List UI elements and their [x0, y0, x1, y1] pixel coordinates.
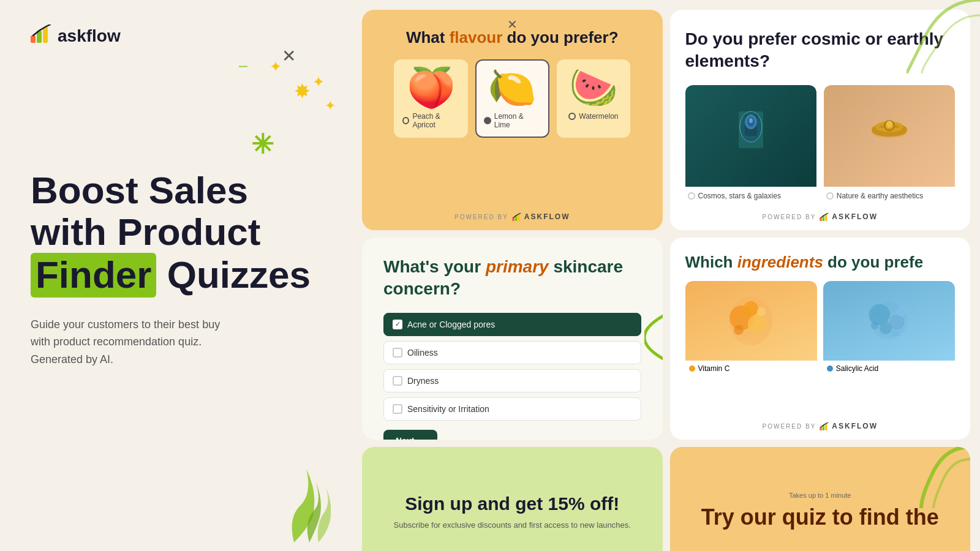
cosmos-radio: [688, 192, 695, 200]
ingredient-images: Vitamin C: [685, 281, 956, 414]
card-tryquiz: Takes up to 1 minute Try our quiz to fin…: [670, 447, 971, 551]
svg-point-27: [734, 325, 744, 335]
card-flavour: ✕ What flavour do you prefer? 🍑 Peach & …: [362, 10, 663, 230]
deco-sparkle2: ✦: [325, 98, 336, 114]
right-grid: ✕ What flavour do you prefer? 🍑 Peach & …: [352, 0, 980, 551]
cosmic-powered-by: POWERED BY askflow: [685, 212, 956, 221]
tryquiz-title: Try our quiz to find the: [701, 504, 939, 530]
svg-rect-0: [31, 36, 36, 43]
lemon-label-row: Lemon & Lime: [484, 112, 541, 129]
svg-point-32: [880, 322, 892, 334]
peach-label-row: Peach & Apricot: [402, 112, 459, 129]
oiliness-checkbox: [393, 348, 402, 358]
peach-emoji: 🍑: [407, 68, 456, 107]
svg-rect-36: [820, 427, 822, 430]
skincare-option-acne[interactable]: ✓ Acne or Clogged pores: [383, 313, 641, 336]
svg-point-35: [892, 330, 898, 336]
salicylic-img: [823, 281, 955, 361]
ingredients-question: Which ingredients do you prefe: [685, 253, 956, 272]
cosmic-question: Do you prefer cosmic or earthly elements…: [685, 28, 956, 73]
card-skincare: What's your primary skincare concern? ✓ …: [362, 238, 663, 440]
signup-subtitle: Subscribe for exclusive discounts and fi…: [394, 520, 631, 530]
flavour-options: 🍑 Peach & Apricot 🍋 Lemon & Lime 🍉 Water…: [394, 59, 630, 138]
dryness-checkbox: [393, 376, 402, 386]
watermelon-label-row: Watermelon: [568, 112, 618, 121]
hero-title: Boost Sales with Product Finder Quizzes: [31, 170, 325, 298]
svg-point-33: [896, 307, 906, 317]
watermelon-emoji: 🍉: [569, 68, 618, 107]
flavour-option-peach[interactable]: 🍑 Peach & Apricot: [394, 59, 468, 138]
logo-icon: [31, 24, 53, 47]
skincare-options: ✓ Acne or Clogged pores Oiliness Dryness…: [383, 313, 641, 421]
acne-checkbox: ✓: [393, 320, 402, 329]
peach-radio: [402, 117, 409, 124]
deco-leaves-bottom: [282, 469, 331, 545]
svg-point-11: [749, 118, 753, 123]
logo-text: askflow: [58, 26, 121, 46]
skincare-question: What's your primary skincare concern?: [383, 256, 641, 301]
logo: askflow: [31, 24, 325, 47]
deco-star-sm: ✦: [270, 58, 282, 75]
vitaminc-label-row: Vitamin C: [685, 361, 817, 377]
ingredients-powered-by: POWERED BY askflow: [685, 422, 956, 430]
deco-tryquiz-arc: [909, 447, 970, 511]
svg-rect-3: [512, 217, 514, 220]
deco-dash: —: [239, 61, 247, 71]
skincare-option-dryness[interactable]: Dryness: [383, 369, 641, 392]
deco-asterisk: ✳: [251, 129, 274, 160]
salicylic-label-row: Salicylic Acid: [823, 361, 955, 377]
svg-rect-17: [820, 217, 822, 220]
lemon-emoji: 🍋: [488, 68, 537, 107]
cosmic-askflow-logo: askflow: [820, 212, 878, 221]
left-section: askflow ✕ ✦ — ✦ ✸ ✳ ✦ Boost Sales with P…: [0, 0, 355, 551]
deco-x: ✕: [282, 46, 296, 66]
cosmic-light-img: [824, 85, 955, 187]
svg-rect-19: [825, 214, 827, 220]
signup-title: Sign up and get 15% off!: [405, 493, 619, 514]
ingredients-askflow-logo: askflow: [820, 422, 878, 430]
salicylic-radio: [827, 365, 833, 372]
tryquiz-takes: Takes up to 1 minute: [789, 492, 851, 499]
svg-point-26: [744, 301, 758, 316]
deco-starburst: ✸: [294, 80, 311, 103]
vitaminc-radio: [689, 365, 695, 372]
sensitivity-checkbox: [393, 404, 402, 414]
cosmic-dark-img: [685, 85, 816, 187]
svg-point-16: [886, 121, 892, 128]
flavour-askflow-logo: askflow: [512, 212, 570, 221]
card-signup: Sign up and get 15% off! Subscribe for e…: [362, 447, 663, 551]
cosmic-option-nature[interactable]: Nature & earthy aesthetics: [824, 85, 955, 205]
next-button[interactable]: Next →: [383, 430, 437, 440]
hero-content: Boost Sales with Product Finder Quizzes …: [31, 170, 325, 369]
flavour-option-watermelon[interactable]: 🍉 Watermelon: [557, 59, 631, 138]
card-cosmic: Do you prefer cosmic or earthly elements…: [670, 10, 971, 230]
hero-subtitle: Guide your customers to their best buy w…: [31, 316, 300, 369]
cosmic-images: Cosmos, stars & galaxies: [685, 85, 956, 205]
skincare-option-sensitivity[interactable]: Sensitivity or Irritation: [383, 397, 641, 421]
flavour-powered-by: POWERED BY askflow: [454, 212, 570, 221]
deco-sparkle-yellow: ✦: [312, 73, 325, 91]
svg-point-34: [871, 322, 878, 329]
svg-point-28: [757, 307, 766, 316]
svg-point-25: [748, 315, 766, 333]
ingredient-option-salicylic[interactable]: Salicylic Acid: [823, 281, 955, 414]
vitaminc-img: [685, 281, 817, 361]
nature-label-row: Nature & earthy aesthetics: [824, 187, 955, 205]
lemon-radio: [484, 117, 491, 124]
nature-radio: [826, 192, 834, 200]
cosmos-label-row: Cosmos, stars & galaxies: [685, 187, 816, 205]
flavour-option-lemon[interactable]: 🍋 Lemon & Lime: [475, 59, 549, 138]
deco-green-arc: [644, 307, 663, 370]
finder-highlight: Finder: [31, 253, 156, 297]
deco-card-x: ✕: [507, 17, 518, 32]
card-ingredients: Which ingredients do you prefe: [670, 238, 971, 440]
ingredient-option-vitaminc[interactable]: Vitamin C: [685, 281, 817, 414]
svg-rect-5: [518, 214, 519, 220]
svg-rect-2: [43, 27, 48, 43]
svg-rect-38: [825, 423, 827, 430]
cosmic-option-cosmos[interactable]: Cosmos, stars & galaxies: [685, 85, 816, 205]
watermelon-radio: [568, 113, 576, 120]
skincare-option-oiliness[interactable]: Oiliness: [383, 341, 641, 364]
